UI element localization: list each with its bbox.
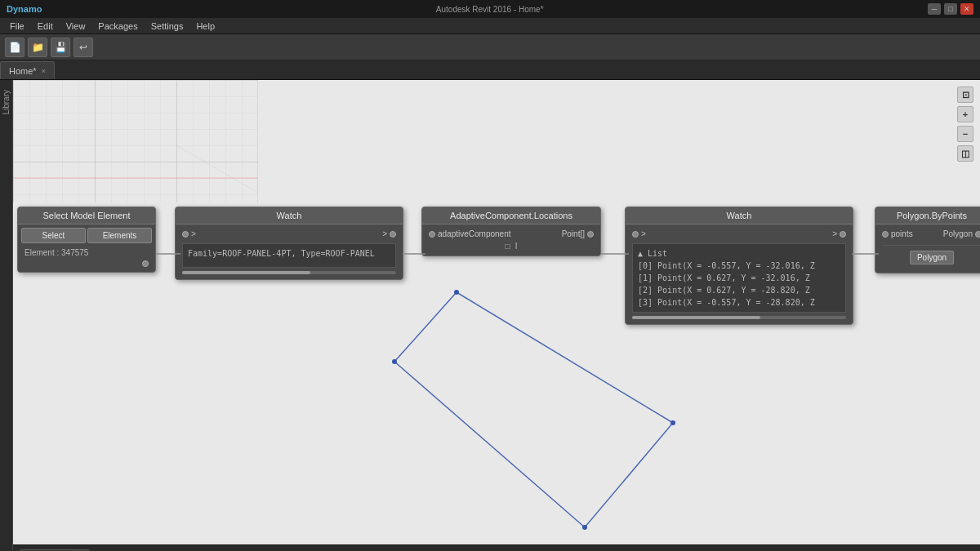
watch2-in-dot[interactable] <box>632 231 639 238</box>
watch1-title: Watch <box>176 207 403 224</box>
canvas[interactable]: ⊡ + − ◫ Select Model Element Select Elem… <box>13 80 980 551</box>
element-id-text: Element : 347575 <box>21 247 152 259</box>
layout-button[interactable]: ◫ <box>957 145 973 162</box>
watch1-in-port: > <box>182 229 196 238</box>
watch1-content: Family=ROOF-PANEL-4PT, Type=ROOF-PANEL <box>182 243 396 268</box>
menu-packages[interactable]: Packages <box>91 20 144 33</box>
polygon-preview-button[interactable]: Polygon <box>910 251 954 264</box>
menu-edit[interactable]: Edit <box>31 20 60 33</box>
watch1-out-dot[interactable] <box>390 231 396 238</box>
select-button[interactable]: Select <box>21 228 86 243</box>
tabbar: Home* × <box>0 60 980 80</box>
watch2-item-1: [1] Point(X = 0.627, Y = -32.016, Z <box>638 272 840 284</box>
adaptive-component-node: AdaptiveComponent.Locations adaptiveComp… <box>421 207 601 256</box>
watch2-out-dot[interactable] <box>840 231 846 238</box>
watch1-in-dot[interactable] <box>182 231 189 238</box>
watch2-item-3: [3] Point(X = -0.557, Y = -28.820, Z <box>638 296 840 309</box>
polygon-in-port: points <box>882 229 913 238</box>
watch1-body: > > Family=ROOF-PANEL-4PT, Type=ROOF-PAN… <box>176 224 403 279</box>
menu-help[interactable]: Help <box>189 20 221 33</box>
adaptive-component-title: AdaptiveComponent.Locations <box>422 207 600 224</box>
svg-point-13 <box>392 359 397 364</box>
select-model-element-title: Select Model Element <box>18 207 155 224</box>
minimize-button[interactable]: ─ <box>928 3 941 15</box>
watch2-scrollbar[interactable] <box>632 316 846 319</box>
new-button[interactable]: 📄 <box>5 38 24 57</box>
tab-close-button[interactable]: × <box>42 67 46 75</box>
watch2-list: ▲ List [0] Point(X = -0.557, Y = -32.016… <box>632 243 846 313</box>
menu-view[interactable]: View <box>60 20 92 33</box>
sidebar-label: Library <box>2 90 11 115</box>
menu-file[interactable]: File <box>3 20 31 33</box>
library-sidebar: Library <box>0 80 13 551</box>
watch2-scrollbar-thumb <box>632 316 760 319</box>
tab-label: Home* <box>9 66 37 76</box>
polygon-in-dot[interactable] <box>882 231 889 238</box>
adaptive-bottom-icons: □ I <box>425 240 597 252</box>
watch1-out-port: > <box>382 229 396 238</box>
adaptive-icon2: I <box>515 242 518 251</box>
zoom-out-button[interactable]: − <box>957 126 973 142</box>
watch2-out-port: > <box>832 229 846 238</box>
watch1-scrollbar-thumb <box>182 271 310 274</box>
watch1-scrollbar[interactable] <box>182 271 396 274</box>
select-out-port <box>21 259 152 269</box>
polygon-by-points-node: Polygon.ByPoints points Polygon Polygon <box>875 207 980 273</box>
open-button[interactable]: 📁 <box>28 38 47 57</box>
maximize-button[interactable]: □ <box>944 3 957 15</box>
window-controls: ─ □ ✕ <box>928 3 973 15</box>
polygon-by-points-body: points Polygon Polygon <box>875 224 980 273</box>
app-logo: Dynamo <box>7 4 42 14</box>
save-button[interactable]: 💾 <box>51 38 70 57</box>
toolbar: 📄 📁 💾 ↩ <box>0 34 980 60</box>
fit-view-button[interactable]: ⊡ <box>957 87 973 103</box>
polygon-out-port: Polygon <box>943 229 980 238</box>
canvas-grid <box>13 80 258 202</box>
watch2-ports: > > <box>629 228 849 240</box>
window-title: Autodesk Revit 2016 - Home* <box>51 5 928 14</box>
svg-marker-11 <box>394 292 673 527</box>
polygon-preview: Polygon <box>879 246 980 269</box>
adaptive-ports: adaptiveComponent Point[] <box>425 228 597 240</box>
select-model-element-body: Select Elements Element : 347575 <box>18 224 155 272</box>
select-buttons-row: Select Elements <box>21 228 152 243</box>
watch2-title: Watch <box>626 207 853 224</box>
svg-rect-1 <box>13 80 258 202</box>
watch2-item-0: [0] Point(X = -0.557, Y = -32.016, Z <box>638 260 840 272</box>
out-port-dot[interactable] <box>142 260 149 267</box>
titlebar: Dynamo Autodesk Revit 2016 - Home* ─ □ ✕ <box>0 0 980 18</box>
watch1-ports: > > <box>179 228 399 240</box>
svg-point-12 <box>454 290 459 295</box>
adaptive-component-body: adaptiveComponent Point[] □ I <box>422 224 600 256</box>
watch2-list-label: ▲ List <box>638 247 840 260</box>
polygon-out-dot[interactable] <box>975 231 980 238</box>
watch2-node: Watch > > ▲ List [0] Point(X = -0.557, Y… <box>625 207 853 325</box>
watch2-in-port: > <box>632 229 646 238</box>
zoom-in-button[interactable]: + <box>957 106 973 122</box>
undo-button[interactable]: ↩ <box>74 38 93 57</box>
polygon-by-points-title: Polygon.ByPoints <box>875 207 980 224</box>
watch2-body: > > ▲ List [0] Point(X = -0.557, Y = -32… <box>626 224 853 324</box>
watch2-item-2: [2] Point(X = 0.627, Y = -28.820, Z <box>638 284 840 296</box>
adaptive-out-dot[interactable] <box>587 231 594 238</box>
svg-point-14 <box>582 525 587 530</box>
adaptive-icon1: □ <box>506 242 510 251</box>
polygon-ports: points Polygon <box>879 228 980 240</box>
menu-settings[interactable]: Settings <box>145 20 190 33</box>
select-model-element-node: Select Model Element Select Elements Ele… <box>17 207 156 273</box>
close-button[interactable]: ✕ <box>960 3 973 15</box>
adaptive-out-port: Point[] <box>562 229 594 238</box>
svg-point-15 <box>670 420 675 425</box>
elements-button[interactable]: Elements <box>87 228 152 243</box>
menubar: File Edit View Packages Settings Help <box>0 18 980 34</box>
adaptive-in-port: adaptiveComponent <box>429 229 511 238</box>
adaptive-in-dot[interactable] <box>429 231 435 238</box>
canvas-controls: ⊡ + − ◫ <box>957 87 973 162</box>
home-tab[interactable]: Home* × <box>0 61 55 79</box>
watch1-node: Watch > > Family=ROOF-PANEL-4PT, Type=RO… <box>175 207 403 280</box>
main-area: Library <box>0 80 980 551</box>
bottom-bar: Automatic ▼ ☁ 🖥 <box>13 544 980 551</box>
